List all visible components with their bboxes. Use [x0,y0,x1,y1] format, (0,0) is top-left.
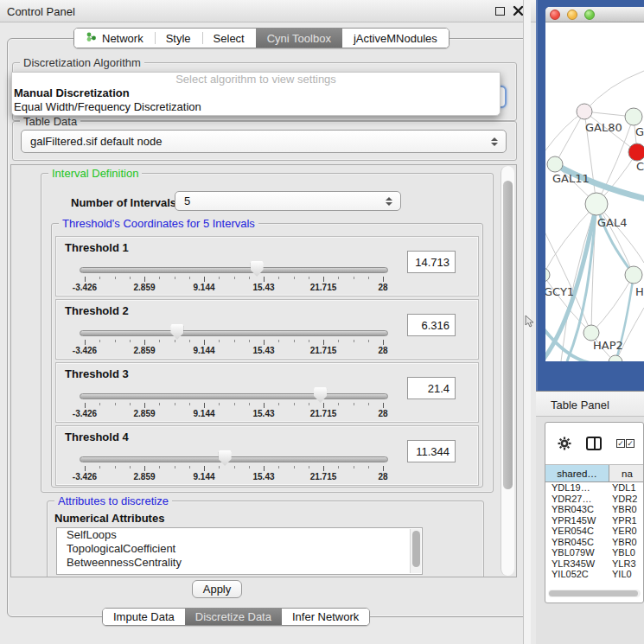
vertical-scrollbar[interactable] [501,166,514,576]
table-panel-header: Table Panel [536,391,644,417]
list-item[interactable]: TopologicalCoefficient [57,542,422,556]
tick-label: 28 [378,346,387,355]
threshold-label: Threshold 3 [65,367,129,380]
apply-button[interactable]: Apply [192,580,242,598]
scrollbar-thumb[interactable] [503,181,513,489]
threshold-slider[interactable]: -3.4262.8599.14415.4321.71528 [80,384,388,418]
algorithm-dropdown-popup: Select algorithm to view settings Manual… [11,72,501,116]
table-row[interactable]: YDL19…YDL1 [545,482,643,494]
numerical-attributes-list[interactable]: SelfLoopsTopologicalCoefficientBetweenne… [56,527,423,575]
table-row[interactable]: YER054CYER0 [545,526,643,537]
threshold-panel: Threshold 1-3.4262.8599.14415.4321.71528… [55,236,479,296]
tab-label: Style [166,32,191,45]
table-toolbar: ✓✓ [545,423,643,464]
scrollbar-thumb[interactable] [549,590,638,596]
slider-ticks: -3.4262.8599.14415.4321.71528 [80,401,388,418]
tab-select[interactable]: Select [202,29,256,48]
network-window-frame: GAL80GACGAL11GAL4GCY1HHAP2 [545,7,644,361]
close-icon[interactable] [550,10,560,20]
network-node[interactable] [545,268,550,282]
stepper-icon [491,137,498,146]
threshold-value-field[interactable]: 11.344 [407,440,456,462]
network-node[interactable] [547,156,563,172]
network-node[interactable] [625,108,642,125]
slider-track[interactable] [80,456,388,462]
numerical-attributes-label: Numerical Attributes [54,512,164,525]
tick-label: 2.859 [133,472,155,481]
network-canvas[interactable]: GAL80GACGAL11GAL4GCY1HHAP2 [545,22,644,361]
network-node[interactable] [585,193,608,215]
tab-cyni-toolbox[interactable]: Cyni Toolbox [256,29,342,48]
zoom-icon[interactable] [584,10,595,20]
tick-label: 21.715 [310,346,337,355]
table-row[interactable]: YBR045CYBR0 [545,537,643,548]
threshold-value-field[interactable]: 14.713 [407,251,456,273]
dropdown-option[interactable]: Manual Discretization [12,86,500,100]
network-node[interactable] [628,143,644,161]
threshold-slider[interactable]: -3.4262.8599.14415.4321.71528 [80,321,388,355]
threshold-label: Threshold 1 [65,241,129,254]
network-view-window: GAL80GACGAL11GAL4GCY1HHAP2 [536,0,644,391]
tab-label: Select [214,32,245,45]
float-icon[interactable] [495,7,505,16]
tick-label: -3.426 [73,472,97,481]
tab-impute-data[interactable]: Impute Data [103,609,185,625]
tick-label: 15.43 [252,346,274,355]
threshold-value-field[interactable]: 6.316 [407,314,456,336]
minimize-icon[interactable] [567,10,577,20]
tick-label: 9.144 [193,346,214,355]
tab-jactivemnodules[interactable]: jActiveMNodules [342,29,449,48]
network-window-titlebar[interactable] [545,7,644,22]
table-row[interactable]: YPR145WYPR1 [545,515,643,526]
tab-infer-network[interactable]: Infer Network [282,609,369,625]
mouse-cursor [525,315,535,328]
table-data-combobox[interactable]: galFiltered.sif default node [21,130,507,153]
dropdown-option[interactable]: Equal Width/Frequency Discretization [12,100,500,114]
list-scrollbar[interactable] [410,529,421,573]
tab-label: Discretize Data [195,610,271,623]
network-node[interactable] [625,266,642,284]
tab-network[interactable]: Network [74,29,155,48]
list-item[interactable]: SelfLoops [57,528,422,542]
network-node[interactable] [609,355,622,361]
slider-track[interactable] [80,267,388,273]
column-header-name[interactable]: na [609,465,643,481]
slider-track[interactable] [80,393,388,399]
settings-scrollpane: Interval Definition Number of Intervals … [10,164,517,577]
tick-label: 9.144 [193,283,214,292]
tick-label: 28 [378,409,387,418]
combobox-value: 5 [184,194,190,207]
threshold-value-field[interactable]: 21.4 [407,377,456,399]
node-table: ✓✓ shared… na YDL19…YDL1YDR27…YDR2YBR043… [545,422,644,603]
table-row[interactable]: YBL079WYBL0 [545,547,643,558]
group-title: Table Data [20,115,80,128]
table-row[interactable]: YBR043CYBR0 [545,504,643,515]
thresholds-group: Threshold's Coordinates for 5 Intervals … [51,223,483,488]
horizontal-scrollbar[interactable] [548,590,641,597]
table-row[interactable]: YIL052CYIL0 [545,569,643,577]
slider-track[interactable] [80,330,388,336]
node-label: HAP2 [593,339,623,352]
split-columns-icon[interactable] [586,437,602,450]
checkboxes-icon[interactable]: ✓✓ [616,439,634,448]
tick-label: 28 [378,472,387,481]
number-of-intervals-combobox[interactable]: 5 [175,191,401,211]
dropdown-placeholder: Select algorithm to view settings [12,73,500,86]
tick-label: 21.715 [310,283,337,292]
group-title: Threshold's Coordinates for 5 Intervals [59,217,258,230]
slider-ticks: -3.4262.8599.14415.4321.71528 [80,464,388,481]
table-row[interactable]: YLR345WYLR3 [545,558,643,570]
network-node[interactable] [577,104,592,119]
table-row[interactable]: YDR27…YDR2 [545,494,643,505]
tick-label: 15.43 [252,283,274,292]
attributes-group: Attributes to discretize Numerical Attri… [47,501,484,577]
bottom-tab-bar: Impute Data Discretize Data Infer Networ… [102,608,370,626]
column-header-shared-name[interactable]: shared… [545,465,609,481]
gear-icon[interactable] [558,437,571,450]
node-label: H [635,285,644,298]
list-item[interactable]: BetweennessCentrality [57,556,422,570]
tab-discretize-data[interactable]: Discretize Data [185,609,282,625]
tab-style[interactable]: Style [155,29,202,48]
threshold-slider[interactable]: -3.4262.8599.14415.4321.71528 [80,447,388,481]
threshold-slider[interactable]: -3.4262.8599.14415.4321.71528 [80,258,388,292]
